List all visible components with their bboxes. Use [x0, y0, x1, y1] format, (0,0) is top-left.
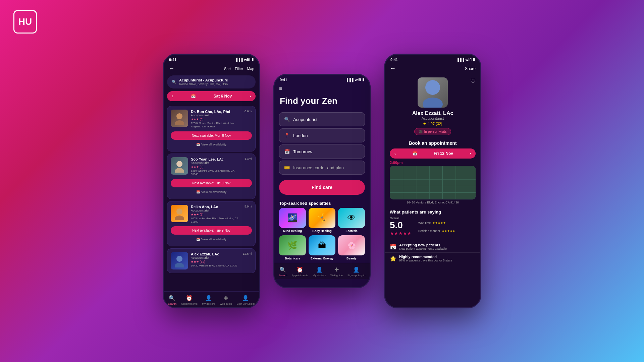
profile-section: ♡ Alex Ezzati, LAc Accupunturist ★ 4.97 …: [385, 74, 480, 138]
botanicals-img: 🌿: [279, 235, 306, 255]
search-bar-left[interactable]: 🔍 Acupunturist - Acupuncture Rodeo Drive…: [167, 75, 256, 88]
next-date-right[interactable]: ›: [470, 151, 471, 156]
doctor-rating-3: ★★★ (32): [191, 260, 240, 263]
doctor-address-2: 4605 Lankershim Blvd, Toluca Lake, CA 91…: [191, 217, 242, 224]
accepting-patients-row: 📅 Accepting new patients New patient app…: [385, 241, 480, 252]
nav-search-left[interactable]: 🔍 Search: [168, 295, 176, 305]
esoteric-label: Esoteric: [338, 229, 365, 233]
next-date-left[interactable]: ›: [250, 94, 251, 99]
profile-name: Alex Ezzati, LAc: [412, 110, 453, 116]
calendar-icon-card-1: 📅: [196, 190, 200, 194]
overall-score: Overall 5.0 ★★★★★: [390, 217, 412, 236]
user-nav-icon-center: 👤: [353, 266, 360, 273]
specialty-mind[interactable]: 🌌 Mind Healing: [279, 208, 306, 233]
doctor-dist-2: 5.9mi: [245, 205, 252, 208]
view-availability-2[interactable]: 📅 View all availability: [171, 236, 252, 243]
doctor-title-1: Accupunturist: [191, 161, 242, 165]
share-button[interactable]: Share: [465, 66, 476, 71]
specialty-body[interactable]: 🤸 Body Healing: [309, 208, 335, 233]
status-bar-center: 9:41 ▐▐▐ wifi ▮: [274, 75, 370, 83]
status-icons-left: ▐▐▐ wifi ▮: [235, 57, 254, 62]
hamburger-menu[interactable]: ≡: [274, 83, 370, 95]
search-nav-icon-left: 🔍: [169, 295, 175, 301]
doctor-info-2: Reiko Aoo, LAc Accupunturist ★★★ (3) 460…: [191, 205, 242, 224]
accepting-patients-text: Accepting new patients New patient appoi…: [399, 243, 447, 250]
svg-point-3: [175, 168, 184, 173]
svg-rect-10: [390, 166, 476, 199]
search-nav-icon-center: 🔍: [279, 266, 286, 273]
doctor-avatar-0: [171, 110, 188, 127]
guide-nav-icon-left: ✚: [224, 295, 228, 301]
appointment-time: 2:00pm: [390, 161, 476, 165]
search-icon-left: 🔍: [172, 80, 176, 84]
specialty-botanicals[interactable]: 🌿 Botanicals: [279, 235, 306, 260]
date-field[interactable]: 📅 Tomorrow: [279, 144, 365, 159]
back-button-left[interactable]: ←: [168, 65, 174, 72]
doctor-avatar-1: [171, 157, 188, 175]
nav-signup-left[interactable]: 👤 Sign up/ Log in: [237, 295, 255, 305]
star-icon: ⭐: [390, 255, 396, 262]
date-value: Tomorrow: [293, 149, 312, 154]
back-button-right[interactable]: ←: [390, 65, 396, 72]
phone-header-right: ← Share: [385, 63, 480, 74]
doctors-nav-icon-left: 👤: [205, 295, 212, 301]
date-nav-right[interactable]: ‹ 📅 Fri 12 Nov ›: [390, 148, 476, 159]
calendar-icon-card-0: 📅: [196, 143, 200, 146]
doctor-address-1: 6360 Wilshire Blvd, Los Angeles, CA 9004…: [191, 169, 242, 176]
map-button[interactable]: Map: [247, 67, 254, 71]
esoteric-img: 👁: [338, 208, 365, 228]
insurance-field[interactable]: 💳 Insurance carrier and plan: [279, 161, 365, 175]
doctor-info-3: Alex Ezzati, LAc Accupunturist ★★★ (32) …: [191, 252, 240, 267]
next-available-1[interactable]: Next available: Tue 9 Nov: [171, 179, 252, 187]
map-view[interactable]: 📍: [390, 166, 476, 199]
status-bar-left: 9:41 ▐▐▐ wifi ▮: [164, 55, 259, 63]
nav-appointments-center[interactable]: ⏰ Appointments: [292, 266, 308, 277]
highly-recommended-row: ⭐ Highly recommended 97% of patients gav…: [385, 252, 480, 264]
doctor-dist-0: 0.6mi: [245, 110, 252, 113]
specialty-beauty[interactable]: 🌸 Beauty: [338, 235, 365, 260]
view-availability-0[interactable]: 📅 View all availability: [171, 141, 252, 148]
calendar-icon-right: 📅: [412, 151, 417, 156]
battery-icon: ▮: [252, 57, 254, 62]
nav-doctors-left[interactable]: 👤 My doctors: [202, 295, 215, 305]
overall-stars: ★★★★★: [390, 231, 412, 236]
specialty-esoteric[interactable]: 👁 Esoteric: [338, 208, 365, 233]
overall-score-value: 5.0: [390, 220, 412, 231]
find-care-button[interactable]: Find care: [279, 180, 365, 195]
nav-appointments-left[interactable]: ⏰ Appointments: [181, 295, 198, 305]
accepting-patients-sub: New patient appointments available: [399, 247, 447, 250]
date-nav-left[interactable]: ‹ 📅 Sat 6 Nov ›: [167, 91, 256, 101]
favorite-button[interactable]: ♡: [470, 77, 476, 85]
nav-wellguide-left[interactable]: ✚ Well guide: [220, 295, 232, 305]
view-availability-1[interactable]: 📅 View all availability: [171, 189, 252, 195]
bottom-nav-center: 🔍 Search ⏰ Appointments 👤 My doctors ✚ W…: [274, 263, 370, 279]
date-field-icon: 📅: [284, 149, 290, 154]
video-icon: 🎥: [419, 130, 423, 133]
right-scrollable: ♡ Alex Ezzati, LAc Accupunturist ★ 4.97 …: [385, 74, 480, 308]
prev-date-right[interactable]: ‹: [394, 151, 396, 156]
specialty-external[interactable]: 🏔 External Energy: [309, 235, 335, 260]
bedside-score: Bedside manner ★★★★★: [418, 227, 455, 233]
filter-button[interactable]: Filter: [235, 67, 243, 71]
doctor-title-3: Accupunturist: [191, 256, 240, 259]
doctor-info-0: Dr. Bon Cho, LAc, Phd Accupunturist ★★★ …: [191, 110, 242, 129]
nav-search-center[interactable]: 🔍 Search: [279, 266, 287, 277]
mind-healing-label: Mind Healing: [279, 229, 306, 233]
nav-wellguide-center[interactable]: ✚ Well guide: [330, 266, 343, 277]
prev-date-left[interactable]: ‹: [172, 94, 173, 99]
next-available-0[interactable]: Next available: Mon 8 Nov: [171, 131, 252, 140]
location-field[interactable]: 📍 London: [279, 128, 365, 142]
next-available-2[interactable]: Next available: Tue 9 Nov: [171, 226, 252, 235]
doctors-nav-icon-center: 👤: [316, 266, 323, 273]
svg-point-0: [176, 113, 182, 119]
phone-right: 9:41 ▐▐▐ wifi ▮ ← Share ♡ Alex Ezzati, L…: [384, 54, 481, 308]
nav-doctors-center[interactable]: 👤 My doctors: [313, 266, 326, 277]
signal-icon-center: ▐▐▐: [345, 78, 353, 82]
profile-image: [418, 77, 448, 108]
specialty-field[interactable]: 🔍 Acupunturist: [279, 112, 365, 126]
nav-signup-center[interactable]: 👤 Sign up/ Log in: [347, 266, 365, 277]
sort-button[interactable]: Sort: [224, 67, 231, 71]
calendar-icon-left: 📅: [191, 94, 196, 99]
calendar-icon-card-2: 📅: [196, 238, 200, 241]
external-energy-img: 🏔: [309, 235, 335, 255]
